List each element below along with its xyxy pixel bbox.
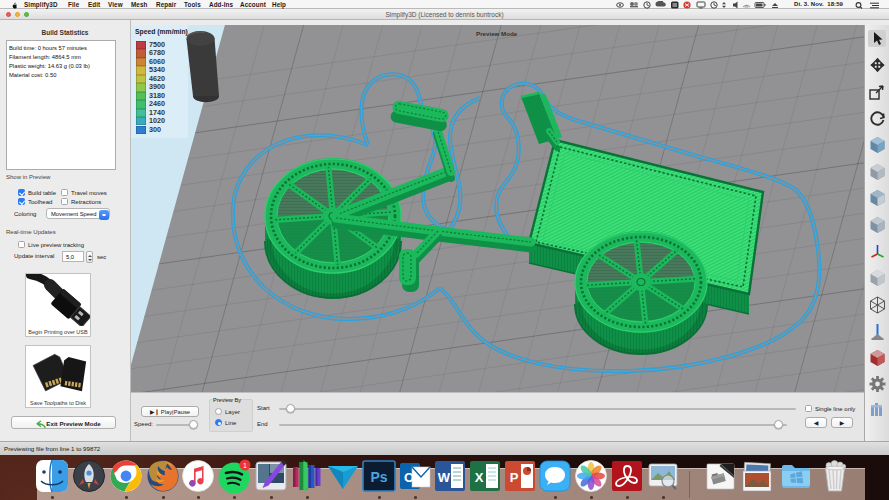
svg-text:W: W xyxy=(438,470,451,485)
svg-text:1: 1 xyxy=(243,462,247,469)
svg-text:P: P xyxy=(510,470,519,485)
svg-text:X: X xyxy=(475,470,484,485)
svg-text:Ps: Ps xyxy=(370,469,387,485)
svg-text:O: O xyxy=(404,470,414,485)
